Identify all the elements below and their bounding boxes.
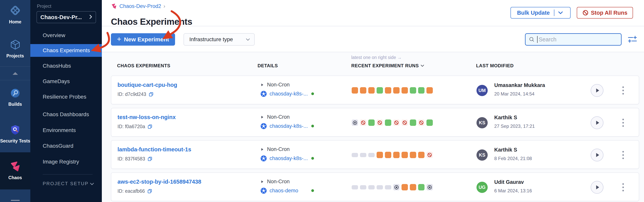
run-status-orange[interactable] — [393, 152, 400, 158]
sidebar-item-resilience-probes[interactable]: Resilience Probes — [30, 90, 102, 103]
copy-icon[interactable] — [148, 92, 154, 97]
run-status-stopped[interactable] — [426, 184, 433, 190]
experiments-list: boutique-cart-cpu-hog ID: d7c9d243 Non-C… — [111, 76, 639, 201]
sidebar-item-overview[interactable]: Overview — [30, 29, 102, 42]
row-menu-button[interactable] — [622, 183, 625, 191]
infrastructure-link[interactable]: chaos-demo — [270, 188, 298, 194]
run-status-empty[interactable] — [352, 153, 358, 157]
run-status-green[interactable] — [385, 120, 391, 126]
run-status-green[interactable] — [418, 184, 424, 190]
project-selector[interactable]: Chaos-Dev-Pr... — [36, 11, 96, 23]
run-status-noentry[interactable] — [393, 120, 400, 126]
run-status-empty[interactable] — [385, 185, 391, 190]
run-status-green[interactable] — [410, 120, 416, 126]
run-status-orange[interactable] — [385, 152, 391, 158]
run-experiment-button[interactable] — [591, 181, 604, 194]
sidebar-item-chaosguard[interactable]: ChaosGuard — [30, 140, 102, 152]
rail-collapse-button[interactable] — [0, 67, 30, 80]
column-header-recent-runs[interactable]: RECENT EXPERIMENT RUNS — [351, 63, 424, 68]
run-status-orange[interactable] — [426, 87, 433, 94]
run-status-noentry[interactable] — [402, 120, 408, 126]
rail-label: Projects — [6, 53, 24, 58]
run-status-stopped[interactable] — [393, 184, 400, 190]
copy-icon[interactable] — [148, 156, 152, 162]
search-input[interactable] — [538, 36, 612, 43]
sidebar-item-environments[interactable]: Environments — [30, 124, 102, 137]
experiment-name-link[interactable]: test-nw-loss-on-nginx — [118, 114, 176, 120]
run-status-green[interactable] — [376, 87, 383, 94]
row-menu-button[interactable] — [622, 119, 625, 127]
sidebar-item-chaos-experiments[interactable]: Chaos Experiments — [30, 44, 102, 57]
project-setup-toggle[interactable]: PROJECT SETUP — [43, 181, 94, 186]
run-status-green[interactable] — [426, 120, 433, 126]
run-status-orange[interactable] — [368, 87, 375, 94]
run-status-orange[interactable] — [385, 87, 391, 94]
run-status-orange[interactable] — [410, 184, 416, 190]
run-experiment-button[interactable] — [591, 116, 604, 129]
sidebar-item-image-registry[interactable]: Image Registry — [30, 156, 102, 168]
experiment-name-link[interactable]: lambda-function-timeout-1s — [118, 146, 191, 153]
run-status-green[interactable] — [410, 87, 416, 94]
run-status-empty[interactable] — [368, 153, 375, 157]
chevron-down-icon[interactable] — [558, 11, 563, 14]
infrastructure-link[interactable]: chaosday-k8s-... — [270, 156, 308, 162]
new-experiment-button[interactable]: + New Experiment — [111, 33, 175, 46]
infrastructure: chaos-demo — [260, 188, 298, 194]
recent-runs — [352, 87, 433, 94]
search-box — [525, 33, 622, 46]
run-status-empty[interactable] — [352, 185, 358, 190]
run-status-stopped[interactable] — [352, 120, 358, 126]
infrastructure: chaosday-k8s-... — [260, 155, 308, 162]
run-status-noentry[interactable] — [418, 120, 424, 126]
run-status-orange[interactable] — [418, 152, 424, 158]
filter-icon[interactable] — [628, 35, 637, 44]
run-status-noentry[interactable] — [376, 120, 383, 126]
run-status-orange[interactable] — [410, 152, 416, 158]
button-divider — [554, 10, 554, 16]
run-status-noentry[interactable] — [426, 152, 433, 158]
run-experiment-button[interactable] — [591, 84, 604, 97]
rail-item-home[interactable]: Home — [0, 4, 30, 24]
rail-item-builds[interactable]: Builds — [0, 87, 30, 107]
sidebar-item-gamedays[interactable]: GameDays — [30, 75, 102, 88]
infrastructure-link[interactable]: chaosday-k8s-... — [270, 91, 308, 97]
run-status-orange[interactable] — [402, 87, 408, 94]
rail-bottom-handle[interactable] — [11, 200, 20, 201]
run-status-orange[interactable] — [402, 184, 408, 190]
infrastructure-type-dropdown[interactable]: Infrastructure type — [184, 33, 255, 46]
active-status-dot — [311, 189, 314, 192]
sidebar-item-chaos-dashboards[interactable]: Chaos Dashboards — [30, 108, 102, 121]
run-status-empty[interactable] — [368, 185, 375, 190]
row-menu-button[interactable] — [622, 86, 625, 94]
run-status-orange[interactable] — [360, 87, 366, 94]
run-status-empty[interactable] — [360, 185, 366, 190]
rail-item-chaos[interactable]: Chaos — [0, 160, 30, 180]
breadcrumb-project-link[interactable]: Chaos-Dev-Prod2 — [120, 3, 161, 9]
run-status-green[interactable] — [368, 120, 375, 126]
run-status-orange[interactable] — [402, 152, 408, 158]
run-status-orange[interactable] — [352, 87, 358, 94]
run-experiment-button[interactable] — [591, 149, 604, 162]
copy-icon[interactable] — [148, 124, 152, 129]
avatar: KS — [476, 117, 488, 128]
run-status-green[interactable] — [418, 87, 424, 94]
chevron-up-icon — [12, 72, 18, 75]
row-menu-button[interactable] — [622, 151, 625, 159]
stop-all-runs-button[interactable]: Stop All Runs — [577, 7, 633, 18]
infrastructure-link[interactable]: chaosday-k8s-... — [270, 123, 308, 129]
rail-item-security-tests[interactable]: Security Tests — [0, 124, 30, 144]
rail-label: Chaos — [8, 175, 22, 180]
security-shield-icon — [10, 124, 21, 136]
experiment-name-link[interactable]: boutique-cart-cpu-hog — [118, 82, 177, 88]
run-status-orange[interactable] — [393, 87, 400, 94]
experiment-name-link[interactable]: aws-ec2-stop-by-id-1658947438 — [118, 178, 201, 185]
bulk-update-button[interactable]: Bulk Update — [510, 7, 570, 18]
sidebar-item-chaoshubs[interactable]: ChaosHubs — [30, 60, 102, 72]
run-status-orange[interactable] — [376, 152, 383, 158]
rail-item-projects[interactable]: Projects — [0, 39, 30, 58]
run-status-empty[interactable] — [360, 153, 366, 157]
kubernetes-icon — [260, 123, 267, 129]
run-status-noentry[interactable] — [360, 120, 366, 126]
run-status-empty[interactable] — [376, 185, 383, 190]
copy-icon[interactable] — [147, 189, 152, 194]
